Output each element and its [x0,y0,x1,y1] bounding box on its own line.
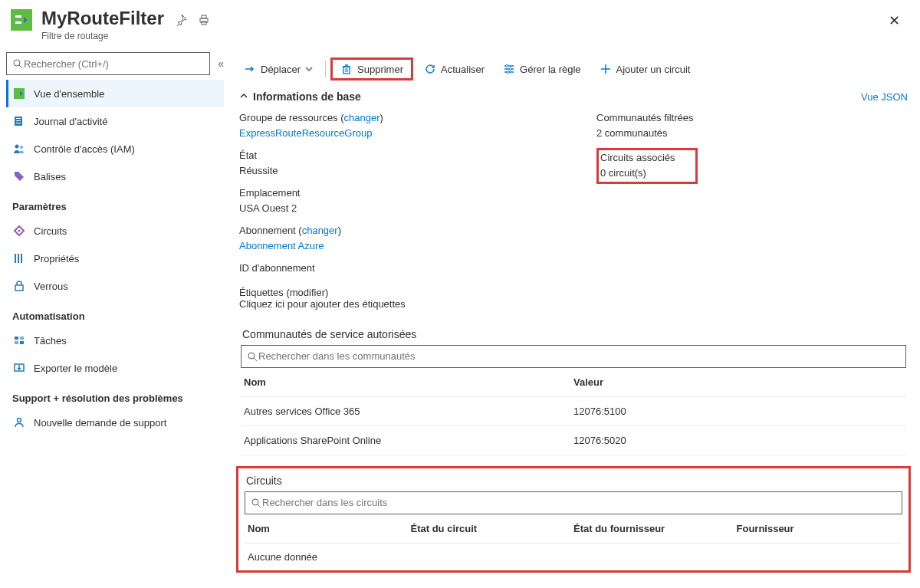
tags-icon [12,170,26,182]
tags-label: Étiquettes ( [239,287,290,298]
sidebar-item-label: Propriétés [34,253,79,264]
circuits-search[interactable] [245,491,902,514]
communities-search[interactable] [241,345,906,368]
communities-label: Communautés filtrées [596,110,908,126]
communities-value: 2 communautés [596,126,908,141]
svg-rect-11 [16,120,21,121]
svg-rect-21 [20,337,24,340]
toolbar-label: Actualiser [441,64,485,75]
svg-rect-26 [343,67,350,74]
table-row[interactable]: Applications SharePoint Online 12076:502… [241,426,906,455]
export-template-icon [12,362,26,374]
svg-point-37 [252,499,258,505]
tags-add-link[interactable]: Cliquez ici pour ajouter des étiquettes [239,298,908,310]
sidebar-section-support: Support + résolution des problèmes [6,382,224,409]
circuits-search-input[interactable] [262,497,897,508]
circuits-icon [12,225,26,237]
sidebar-search[interactable] [6,52,210,75]
sub-value-link[interactable]: Abonnement Azure [239,238,550,254]
location-label: Emplacement [239,186,550,201]
move-button[interactable]: Déplacer [236,58,320,80]
sidebar-item-label: Balises [34,171,66,182]
toolbar-label: Déplacer [261,64,301,75]
svg-rect-2 [15,21,21,24]
svg-point-32 [506,65,508,67]
circuits-label: Circuits associés [600,150,675,166]
close-icon[interactable]: ✕ [889,8,911,29]
circuits-panel-title: Circuits [240,470,907,491]
sidebar-item-overview[interactable]: Vue d'ensemble [6,80,224,107]
svg-rect-18 [21,254,22,263]
svg-rect-1 [15,15,21,18]
svg-point-33 [510,68,512,71]
col-provstate: État du fournisseur [573,523,737,534]
community-value: 12076:5100 [573,406,903,417]
add-circuit-button[interactable]: Ajouter un circuit [592,58,698,80]
sidebar-item-activity[interactable]: Journal d'activité [6,107,224,135]
delete-button[interactable]: Supprimer [330,57,413,80]
subid-label: ID d'abonnement [239,261,550,276]
svg-point-35 [248,353,255,359]
toolbar-label: Ajouter un circuit [616,64,691,75]
rg-value-link[interactable]: ExpressRouteResourceGroup [239,126,550,141]
delete-icon [340,63,353,75]
sidebar-item-export[interactable]: Exporter le modèle [6,354,224,382]
sidebar-item-label: Exporter le modèle [34,363,117,374]
sub-change-link[interactable]: changer [302,225,338,236]
col-name: Nom [244,376,573,388]
refresh-button[interactable]: Actualiser [416,58,492,80]
circuits-panel: Circuits Nom État du circuit État du fou… [236,466,911,573]
circuits-value: 0 circuit(s) [600,166,675,181]
tags-edit-link[interactable]: modifier [290,287,325,298]
print-icon[interactable] [198,14,210,28]
svg-rect-10 [16,118,21,119]
tasks-icon [12,334,26,347]
refresh-icon [424,63,436,75]
pin-icon[interactable] [175,14,187,28]
properties-icon [12,252,26,264]
essentials-title: Informations de base [253,90,361,103]
sidebar-item-new-support[interactable]: Nouvelle demande de support [6,409,224,436]
collapse-sidebar-icon[interactable]: « [218,57,224,70]
sidebar-item-properties[interactable]: Propriétés [6,245,224,272]
svg-point-14 [20,146,23,149]
sliders-icon [503,63,515,75]
svg-point-6 [14,60,20,66]
manage-rule-button[interactable]: Gérer la règle [495,58,588,80]
svg-rect-16 [15,254,16,263]
sidebar-item-label: Vue d'ensemble [34,88,104,100]
sidebar-item-iam[interactable]: Contrôle d'accès (IAM) [6,135,224,163]
svg-rect-20 [15,337,18,340]
sidebar-item-label: Circuits [34,225,67,237]
svg-rect-23 [20,341,24,344]
sidebar-item-label: Tâches [34,335,67,347]
svg-point-25 [18,419,21,422]
json-view-link[interactable]: Vue JSON [861,91,908,103]
sub-label: Abonnement ( [239,225,302,236]
page-title: MyRouteFilter [41,8,164,29]
resource-icon [9,8,34,32]
svg-rect-0 [11,9,32,31]
plus-icon [600,63,612,75]
table-row[interactable]: Autres services Office 365 12076:5100 [241,397,906,426]
communities-panel-title: Communautés de service autorisées [236,324,911,345]
overview-icon [12,87,26,100]
search-icon [246,350,258,363]
svg-rect-17 [18,254,19,263]
sidebar-search-input[interactable] [24,58,205,70]
sidebar-item-label: Journal d'activité [34,116,107,127]
rg-change-link[interactable]: changer [344,112,380,123]
rg-label: Groupe de ressources ( [239,112,344,123]
svg-line-7 [19,65,22,68]
state-label: État [239,148,550,163]
sidebar-item-locks[interactable]: Verrous [6,272,224,300]
sidebar-item-circuits[interactable]: Circuits [6,217,224,245]
activity-log-icon [12,115,26,127]
sidebar-item-tags[interactable]: Balises [6,163,224,190]
chevron-down-icon [305,65,313,73]
essentials-toggle[interactable] [239,91,248,103]
communities-search-input[interactable] [258,350,901,362]
col-provider: Fournisseur [737,523,900,534]
svg-rect-22 [15,341,18,344]
sidebar-item-tasks[interactable]: Tâches [6,327,224,354]
